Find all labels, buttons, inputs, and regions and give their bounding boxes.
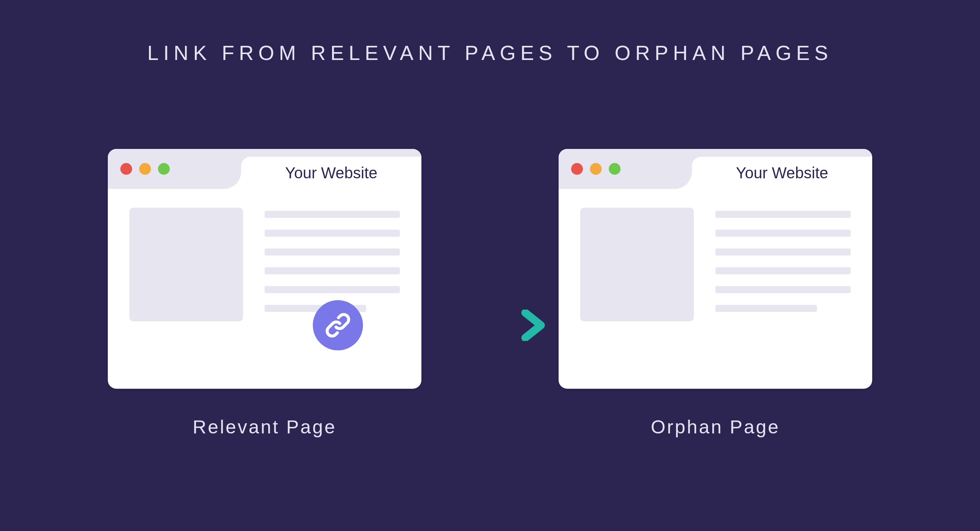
chain-icon <box>323 310 353 340</box>
content-lines <box>715 208 851 321</box>
relevant-page-caption: Relevant Page <box>193 416 337 438</box>
orphan-page-browser: Your Website <box>559 149 872 389</box>
text-line <box>265 248 400 256</box>
link-icon <box>313 300 363 350</box>
browser-chrome: Your Website <box>108 149 421 189</box>
text-line <box>715 230 851 237</box>
orphan-page-column: Your Website Orphan Page <box>559 149 872 438</box>
diagram-row: Your Website Relevant Page <box>0 149 980 438</box>
text-line <box>265 267 400 274</box>
browser-tab: Your Website <box>692 157 872 189</box>
text-line <box>715 248 851 256</box>
text-line <box>715 267 851 274</box>
text-line <box>265 211 400 218</box>
content-thumbnail <box>129 208 243 321</box>
link-arrow-icon <box>361 310 550 341</box>
relevant-page-column: Your Website Relevant Page <box>108 149 421 438</box>
tab-label: Your Website <box>285 164 377 182</box>
close-dot-icon <box>120 163 132 175</box>
diagram-title: LINK FROM RELEVANT PAGES TO ORPHAN PAGES <box>0 0 980 65</box>
minimize-dot-icon <box>590 163 602 175</box>
text-line <box>265 286 400 293</box>
browser-chrome: Your Website <box>559 149 872 189</box>
close-dot-icon <box>571 163 583 175</box>
tab-label: Your Website <box>736 164 828 182</box>
maximize-dot-icon <box>609 163 621 175</box>
browser-body <box>559 189 872 340</box>
browser-tab: Your Website <box>241 157 421 189</box>
orphan-page-caption: Orphan Page <box>651 416 780 438</box>
text-line <box>715 305 817 312</box>
text-line <box>715 286 851 293</box>
text-line <box>715 211 851 218</box>
maximize-dot-icon <box>158 163 170 175</box>
minimize-dot-icon <box>139 163 151 175</box>
window-dots <box>571 163 621 175</box>
content-thumbnail <box>580 208 694 321</box>
text-line <box>265 230 400 237</box>
relevant-page-browser: Your Website <box>108 149 421 389</box>
window-dots <box>120 163 170 175</box>
